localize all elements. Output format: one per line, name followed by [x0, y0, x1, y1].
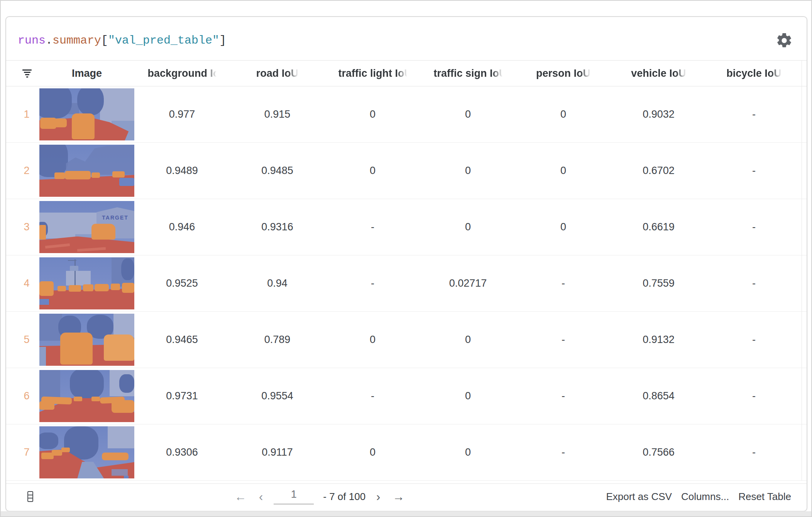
segmentation-region	[91, 397, 100, 401]
cell-background-iou: 0.9731	[134, 390, 230, 402]
column-header-road-iou[interactable]: road IoU	[230, 61, 325, 86]
row-index: 4	[6, 277, 39, 289]
cell-background-iou: 0.9525	[134, 277, 230, 289]
segmentation-region	[74, 259, 76, 287]
row-image-thumbnail[interactable]: TARGET	[39, 201, 134, 253]
row-index: 1	[6, 108, 39, 120]
page-range-label: - 7 of 100	[323, 491, 365, 503]
columns-button[interactable]: Columns...	[681, 491, 729, 503]
cell-traffic-sign-iou: 0	[420, 390, 516, 402]
cell-bicycle-iou: -	[706, 334, 802, 346]
cell-traffic-light-iou: -	[325, 277, 420, 289]
cell-traffic-light-iou: 0	[325, 108, 420, 120]
image-cell	[39, 370, 134, 422]
column-header-bicycle-iou[interactable]: bicycle IoU	[706, 61, 802, 86]
cell-bicycle-iou: -	[706, 108, 802, 120]
column-header-label: person IoU	[536, 68, 590, 79]
code-token-dot: .	[46, 34, 52, 47]
segmentation-region	[91, 172, 100, 178]
row-image-thumbnail[interactable]	[39, 145, 134, 197]
cell-bicycle-iou: -	[706, 446, 802, 458]
image-cell	[39, 426, 134, 478]
code-token-string: "val_pred_table"	[108, 34, 219, 47]
cell-background-iou: 0.9465	[134, 334, 230, 346]
table: Imagebackground IoUroad IoUtraffic light…	[6, 61, 807, 481]
row-index: 7	[6, 446, 39, 458]
segmentation-region	[104, 335, 134, 361]
cell-vehicle-iou: 0.8654	[611, 390, 706, 402]
cell-vehicle-iou: 0.9032	[611, 108, 706, 120]
cell-background-iou: 0.9306	[134, 446, 230, 458]
segmentation-region	[54, 118, 67, 127]
segmentation-region	[68, 260, 76, 261]
cell-bicycle-iou: -	[706, 390, 802, 402]
segmentation-region	[122, 283, 134, 293]
segmentation-region	[119, 374, 134, 393]
row-index: 2	[6, 165, 39, 177]
image-cell	[39, 257, 134, 309]
code-token-object: runs	[18, 34, 46, 47]
cell-road-iou: 0.94	[230, 277, 325, 289]
export-csv-button[interactable]: Export as CSV	[606, 491, 672, 503]
cell-background-iou: 0.9489	[134, 165, 230, 177]
cell-person-iou: -	[516, 334, 611, 346]
reset-table-button[interactable]: Reset Table	[738, 491, 791, 503]
segmentation-region	[112, 400, 134, 412]
table-row: 40.95250.94-0.02717-0.7559-	[6, 255, 807, 312]
segmentation-region	[72, 113, 95, 140]
cell-road-iou: 0.9316	[230, 221, 325, 233]
table-panel-card: runs.summary["val_pred_table"] Imageback…	[5, 16, 807, 512]
page-number-input[interactable]	[274, 488, 314, 505]
next-page-button[interactable]: ›	[375, 491, 382, 503]
segmentation-region	[70, 266, 78, 271]
segmentation-region	[52, 450, 62, 456]
table-header-row: Imagebackground IoUroad IoUtraffic light…	[6, 61, 807, 86]
first-page-button[interactable]: ←	[233, 491, 248, 503]
table-row: 10.9770.9150000.9032-	[6, 86, 807, 143]
row-image-thumbnail[interactable]	[39, 88, 134, 140]
cell-vehicle-iou: 0.7559	[611, 277, 706, 289]
previous-page-button[interactable]: ‹	[257, 491, 264, 503]
gear-icon[interactable]	[776, 32, 793, 49]
segmentation-region	[39, 289, 134, 309]
last-page-button[interactable]: →	[391, 491, 406, 503]
cell-traffic-light-iou: -	[325, 390, 420, 402]
column-header-vehicle-iou[interactable]: vehicle IoU	[611, 61, 706, 86]
segmentation-region	[112, 171, 125, 177]
cell-person-iou: 0	[516, 165, 611, 177]
segmentation-region	[39, 281, 54, 296]
cell-traffic-sign-iou: 0	[420, 446, 516, 458]
column-header-traffic-light-iou[interactable]: traffic light IoU	[325, 61, 420, 86]
column-header-person-iou[interactable]: person IoU	[516, 61, 611, 86]
row-image-thumbnail[interactable]	[39, 314, 134, 366]
table-display-icon[interactable]	[27, 491, 33, 502]
segmentation-region	[69, 285, 81, 292]
column-header-image[interactable]: Image	[39, 61, 134, 86]
segmentation-region	[40, 118, 56, 129]
row-image-thumbnail[interactable]	[39, 370, 134, 422]
column-header-traffic-sign-iou[interactable]: traffic sign IoU	[420, 61, 516, 86]
column-header-background-iou[interactable]: background IoU	[134, 61, 230, 86]
segmentation-region	[108, 426, 134, 448]
page-background-strip	[1, 511, 811, 516]
cell-traffic-sign-iou: 0	[420, 108, 516, 120]
segmentation-region	[39, 299, 49, 305]
cell-road-iou: 0.9117	[230, 446, 325, 458]
cell-road-iou: 0.915	[230, 108, 325, 120]
cell-person-iou: -	[516, 277, 611, 289]
table-row: 60.97310.9554-0-0.8654-	[6, 368, 807, 424]
cell-traffic-sign-iou: 0.02717	[420, 277, 516, 289]
image-cell: TARGET	[39, 201, 134, 253]
table-row: 20.94890.94850000.6702-	[6, 143, 807, 199]
page: { "colors": { "code_obj": "#a050d4", "co…	[0, 0, 812, 517]
segmentation-region	[77, 88, 104, 115]
row-image-thumbnail[interactable]	[39, 257, 134, 309]
pagination: ← ‹ - 7 of 100 › →	[33, 488, 606, 505]
segmentation-region	[65, 171, 90, 180]
filter-icon[interactable]	[22, 68, 32, 79]
code-token-bracket-open: [	[101, 34, 108, 47]
cell-road-iou: 0.789	[230, 334, 325, 346]
segmentation-region	[83, 284, 93, 291]
row-index: 5	[6, 334, 39, 346]
row-image-thumbnail[interactable]	[39, 426, 134, 478]
